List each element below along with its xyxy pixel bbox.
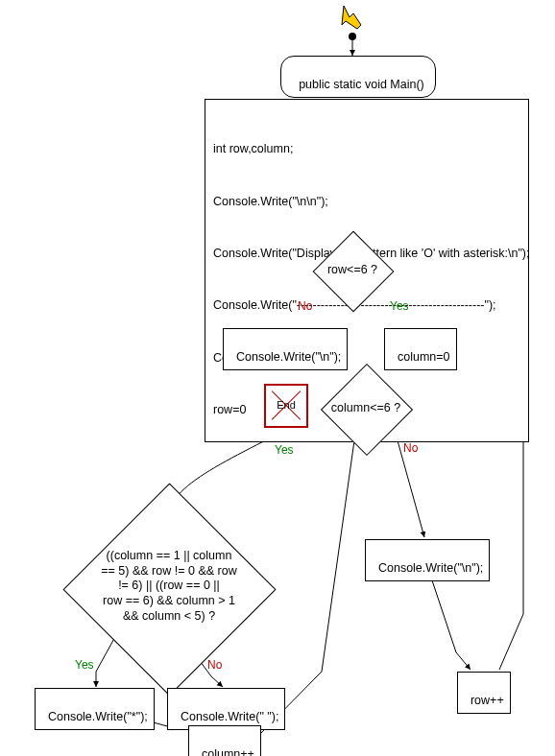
process-star: Console.Write("*"); [35,688,155,730]
end-label: End [266,399,306,411]
edge-no: No [403,441,418,455]
init-line: int row,column; [213,140,520,157]
terminator-main: public static void Main() [280,56,436,98]
terminator-label: public static void Main() [299,78,424,91]
init-line: Console.Write("-------------------------… [213,296,520,314]
edge-yes: Yes [390,299,409,313]
stmt-label: Console.Write("\n"); [378,561,483,575]
stmt-label: Console.Write(" "); [181,710,278,723]
end-node: End [264,384,308,428]
stmt-label: Console.Write("*"); [48,710,148,723]
decision-row-label: row<=6 ? [319,263,386,278]
decision-col-label: column<=6 ? [325,401,407,416]
process-rowpp: row++ [457,672,511,714]
process-space: Console.Write(" "); [167,688,285,730]
flowchart-canvas: public static void Main() int row,column… [0,0,555,756]
svg-marker-0 [342,6,361,29]
process-newline-left: Console.Write("\n"); [223,328,348,370]
edge-yes: Yes [75,658,94,672]
init-line: Console.Write("\n\n"); [213,193,520,210]
process-colpp: column++ [188,725,261,756]
process-newline-right: Console.Write("\n"); [365,539,490,581]
stmt-label: row++ [471,694,504,707]
stmt-label: column=0 [398,350,450,364]
decision-pattern-label: ((column == 1 || column == 5) && row != … [96,549,242,624]
edge-no: No [207,658,222,672]
stmt-label: Console.Write("\n"); [236,350,341,364]
svg-point-1 [349,33,356,40]
edge-yes: Yes [275,443,294,457]
process-column0: column=0 [384,328,457,370]
edge-no: No [298,299,312,313]
stmt-label: column++ [202,747,254,756]
